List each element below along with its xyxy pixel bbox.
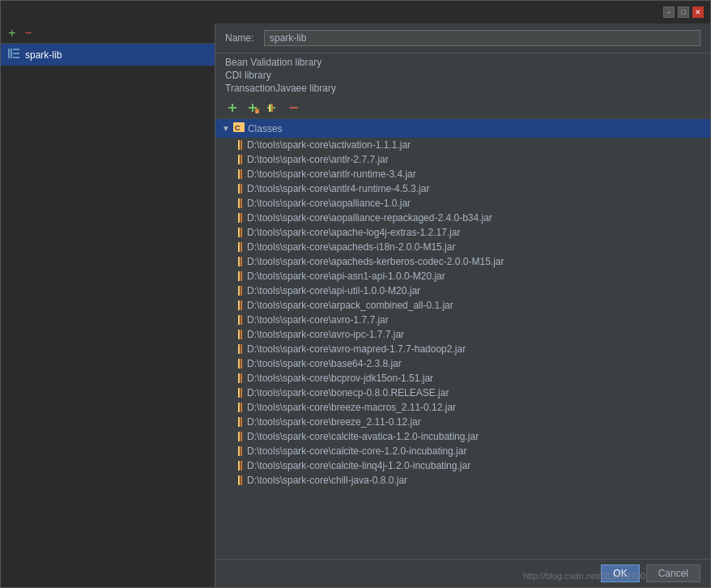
tree-item[interactable]: D:\tools\spark-core\antlr-2.7.7.jar — [215, 152, 710, 167]
jar-icon — [238, 242, 242, 252]
add-button[interactable] — [225, 100, 240, 115]
cancel-button[interactable]: Cancel — [646, 565, 700, 582]
tree-item-label: D:\tools\spark-core\avro-mapred-1.7.7-ha… — [247, 343, 466, 355]
svg-rect-1 — [11, 49, 12, 58]
tree-item[interactable]: D:\tools\spark-core\activation-1.1.1.jar — [215, 138, 710, 152]
jar-icon — [238, 373, 242, 383]
tree-item[interactable]: D:\tools\spark-core\calcite-linq4j-1.2.0… — [215, 458, 710, 473]
tree-item-label: D:\tools\spark-core\breeze-macros_2.11-0… — [247, 402, 456, 413]
lib-item-bean[interactable]: Bean Validation library — [225, 57, 700, 68]
add-class-button[interactable]: c — [245, 100, 261, 115]
svg-rect-2 — [13, 49, 19, 50]
tree-item[interactable]: D:\tools\spark-core\chill-java-0.8.0.jar — [215, 473, 710, 488]
remove-button[interactable] — [287, 100, 301, 115]
tree-item[interactable]: D:\tools\spark-core\base64-2.3.8.jar — [215, 356, 710, 371]
tree-item-label: D:\tools\spark-core\arpack_combined_all-… — [247, 300, 453, 311]
tree-item-label: D:\tools\spark-core\avro-1.7.7.jar — [247, 314, 389, 326]
expand-icon: ▼ — [222, 124, 230, 133]
tree-item[interactable]: D:\tools\spark-core\apache-log4j-extras-… — [215, 225, 710, 240]
jar-icon — [238, 155, 242, 164]
tree-item-label: D:\tools\spark-core\chill-java-0.8.0.jar — [247, 475, 407, 486]
tree-item[interactable]: D:\tools\spark-core\api-asn1-api-1.0.0-M… — [215, 269, 710, 283]
jar-icon — [238, 140, 242, 150]
tree-item-label: D:\tools\spark-core\calcite-linq4j-1.2.0… — [247, 460, 470, 471]
tree-item[interactable]: D:\tools\spark-core\aopalliance-1.0.jar — [215, 196, 710, 211]
classes-icon: C — [233, 121, 245, 135]
jar-icon — [238, 300, 242, 310]
svg-rect-3 — [13, 53, 19, 54]
tree-item-label: D:\tools\spark-core\apache-log4j-extras-… — [247, 227, 460, 238]
name-row: Name: — [215, 23, 710, 53]
library-icon — [7, 47, 20, 62]
classes-label: Classes — [248, 123, 283, 134]
tree-item-label: D:\tools\spark-core\aopalliance-1.0.jar — [247, 198, 411, 209]
tree-item[interactable]: D:\tools\spark-core\arpack_combined_all-… — [215, 298, 710, 313]
minimize-button[interactable]: − — [663, 6, 675, 18]
tree-item-label: D:\tools\spark-core\antlr-runtime-3.4.ja… — [247, 168, 416, 180]
jar-icon — [238, 271, 242, 281]
tree-item[interactable]: D:\tools\spark-core\breeze_2.11-0.12.jar — [215, 415, 710, 429]
classes-header[interactable]: ▼ C Classes — [215, 119, 710, 138]
jar-icon — [238, 417, 242, 427]
lib-item-cdi[interactable]: CDI library — [225, 70, 700, 81]
tree-item-label: D:\tools\spark-core\avro-ipc-1.7.7.jar — [247, 329, 404, 340]
jar-icon — [238, 446, 242, 456]
tree-item[interactable]: D:\tools\spark-core\calcite-avatica-1.2.… — [215, 429, 710, 444]
watermark: http://blog.csdn.net/011669700 — [523, 571, 645, 581]
jar-icon — [238, 198, 242, 208]
tree-item-label: D:\tools\spark-core\apacheds-kerberos-co… — [247, 256, 504, 267]
tree-item-label: D:\tools\spark-core\bonecp-0.8.0.RELEASE… — [247, 387, 449, 398]
sidebar-item-spark-lib[interactable]: spark-lib — [1, 44, 215, 66]
jar-icon — [238, 432, 242, 441]
name-input[interactable] — [264, 30, 700, 46]
tree-container[interactable]: ▼ C Classes D:\tools\spark-core\activati… — [215, 119, 710, 559]
close-button[interactable]: ✕ — [692, 6, 704, 18]
jar-icon — [238, 475, 242, 485]
jar-icon — [238, 330, 242, 339]
jar-icon — [238, 257, 242, 266]
tree-item[interactable]: D:\tools\spark-core\apacheds-i18n-2.0.0-… — [215, 240, 710, 254]
tree-item-label: D:\tools\spark-core\api-asn1-api-1.0.0-M… — [247, 271, 445, 282]
tree-item[interactable]: D:\tools\spark-core\avro-mapred-1.7.7-ha… — [215, 342, 710, 356]
jar-icon — [238, 315, 242, 325]
main-content: + − spark-lib Name: — [1, 23, 710, 587]
tree-item-label: D:\tools\spark-core\activation-1.1.1.jar — [247, 139, 411, 151]
tree-item[interactable]: D:\tools\spark-core\avro-1.7.7.jar — [215, 313, 710, 327]
tree-item-label: D:\tools\spark-core\bcprov-jdk15on-1.51.… — [247, 373, 433, 384]
tree-item-label: D:\tools\spark-core\apacheds-i18n-2.0.0-… — [247, 241, 455, 253]
name-label: Name: — [225, 32, 258, 44]
tree-item[interactable]: D:\tools\spark-core\antlr4-runtime-4.5.3… — [215, 181, 710, 196]
tree-item[interactable]: D:\tools\spark-core\antlr-runtime-3.4.ja… — [215, 167, 710, 181]
tree-item[interactable]: D:\tools\spark-core\breeze-macros_2.11-0… — [215, 400, 710, 415]
jar-icon — [238, 461, 242, 471]
tree-item-label: D:\tools\spark-core\antlr4-runtime-4.5.3… — [247, 183, 429, 194]
tree-item[interactable]: D:\tools\spark-core\api-util-1.0.0-M20.j… — [215, 283, 710, 298]
tree-item-label: D:\tools\spark-core\calcite-avatica-1.2.… — [247, 431, 479, 442]
maximize-button[interactable]: □ — [678, 6, 689, 18]
tree-item-label: D:\tools\spark-core\breeze_2.11-0.12.jar — [247, 416, 421, 428]
jar-icon — [238, 184, 242, 194]
sidebar: + − spark-lib — [1, 23, 215, 587]
tree-items-container: D:\tools\spark-core\activation-1.1.1.jar… — [215, 138, 710, 488]
sidebar-remove-button[interactable]: − — [22, 27, 35, 40]
sidebar-add-button[interactable]: + — [6, 27, 19, 40]
tree-item[interactable]: D:\tools\spark-core\calcite-core-1.2.0-i… — [215, 444, 710, 458]
classes-toolbar: c — [215, 97, 710, 119]
add-jar-button[interactable] — [266, 100, 282, 115]
footer: http://blog.csdn.net/011669700 OK Cancel — [215, 559, 710, 587]
tree-item[interactable]: D:\tools\spark-core\avro-ipc-1.7.7.jar — [215, 327, 710, 342]
dialog: − □ ✕ + − spark- — [0, 0, 711, 588]
sidebar-toolbar: + − — [1, 23, 215, 44]
jar-icon — [238, 344, 242, 354]
jar-icon — [238, 228, 242, 237]
lib-item-transaction[interactable]: TransactionJavaee library — [225, 83, 700, 94]
tree-item[interactable]: D:\tools\spark-core\apacheds-kerberos-co… — [215, 254, 710, 269]
tree-item[interactable]: D:\tools\spark-core\bcprov-jdk15on-1.51.… — [215, 371, 710, 386]
tree-item-label: D:\tools\spark-core\aopalliance-repackag… — [247, 212, 492, 224]
svg-text:C: C — [235, 124, 241, 132]
tree-item[interactable]: D:\tools\spark-core\aopalliance-repackag… — [215, 211, 710, 225]
tree-item[interactable]: D:\tools\spark-core\bonecp-0.8.0.RELEASE… — [215, 386, 710, 400]
jar-icon — [238, 403, 242, 412]
jar-icon — [238, 388, 242, 398]
tree-item-label: D:\tools\spark-core\calcite-core-1.2.0-i… — [247, 445, 466, 457]
